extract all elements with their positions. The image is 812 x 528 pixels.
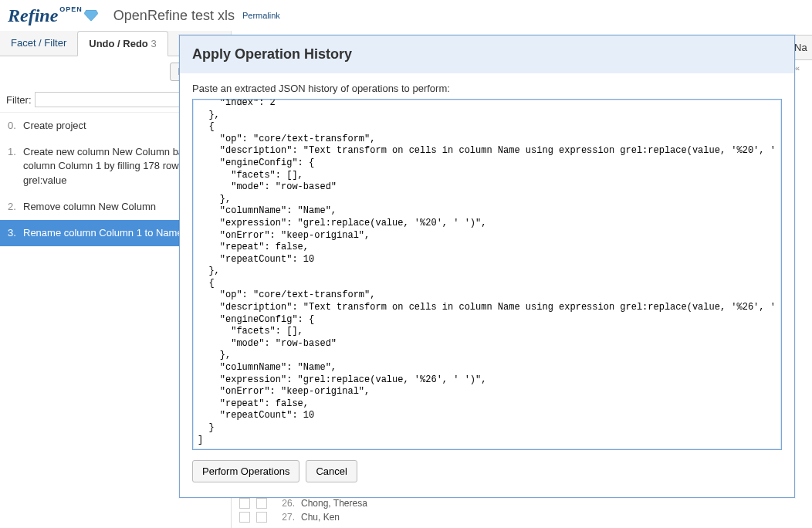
- table-row: 26. Chong, Theresa: [239, 496, 367, 510]
- dialog-instruction: Paste an extracted JSON history of opera…: [192, 83, 782, 94]
- apply-operation-dialog: Apply Operation History Paste an extract…: [179, 35, 795, 498]
- cancel-button[interactable]: Cancel: [306, 460, 357, 482]
- project-name: OpenRefine test xls: [113, 8, 235, 24]
- row-number: 27.: [273, 512, 295, 523]
- permalink-link[interactable]: Permalink: [242, 11, 280, 20]
- tab-undo-redo[interactable]: Undo / Redo 3: [77, 31, 167, 56]
- flag-icon[interactable]: [256, 512, 267, 523]
- logo-tag: OPEN: [59, 5, 83, 13]
- tab-facet-filter[interactable]: Facet / Filter: [0, 31, 77, 56]
- logo-text: Refine: [8, 5, 58, 26]
- history-text: Remove column New Column: [23, 201, 156, 212]
- history-text: Rename column Column 1 to Name: [23, 227, 183, 239]
- svg-marker-0: [84, 10, 98, 21]
- row-name: Chong, Theresa: [301, 498, 367, 509]
- tab-undo-label: Undo / Redo: [89, 38, 148, 49]
- history-num: 1.: [8, 145, 16, 159]
- app-header: Refine OPEN OpenRefine test xls Permalin…: [0, 0, 812, 31]
- star-icon[interactable]: [239, 512, 250, 523]
- perform-operations-button[interactable]: Perform Operations: [192, 460, 299, 482]
- row-number: 26.: [273, 498, 295, 509]
- undo-count: 3: [151, 38, 156, 49]
- table-row: 27. Chu, Ken: [239, 510, 367, 524]
- history-num: 0.: [8, 119, 16, 133]
- diamond-icon: [84, 10, 98, 21]
- history-text: Create project: [23, 120, 86, 131]
- dialog-title: Apply Operation History: [180, 36, 794, 73]
- dialog-footer: Perform Operations Cancel: [180, 452, 794, 490]
- logo[interactable]: Refine OPEN: [8, 5, 98, 26]
- history-num: 3.: [8, 226, 16, 240]
- star-icon[interactable]: [239, 498, 250, 509]
- row-name: Chu, Ken: [301, 512, 340, 523]
- json-history-textarea[interactable]: [192, 99, 782, 450]
- filter-label: Filter:: [6, 94, 32, 106]
- flag-icon[interactable]: [256, 498, 267, 509]
- dialog-body: Paste an extracted JSON history of opera…: [180, 73, 794, 452]
- history-num: 2.: [8, 200, 16, 214]
